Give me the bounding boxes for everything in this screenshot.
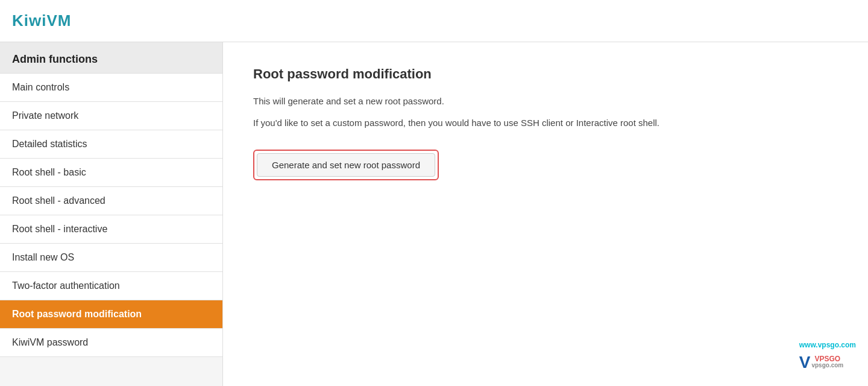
sidebar-item-install-new-os[interactable]: Install new OS bbox=[0, 244, 222, 272]
generate-button-wrapper: Generate and set new root password bbox=[253, 150, 439, 180]
sidebar-item-main-controls[interactable]: Main controls bbox=[0, 74, 222, 102]
content-title: Root password modification bbox=[253, 66, 838, 82]
logo: KiwiVM bbox=[12, 11, 71, 30]
sidebar-item-root-password-modification[interactable]: Root password modification bbox=[0, 300, 222, 329]
generate-password-button[interactable]: Generate and set new root password bbox=[257, 153, 435, 177]
watermark: www.vpsgo.com V VPSGO vpsgo.com bbox=[799, 340, 856, 374]
sidebar-section-header: Admin functions bbox=[0, 42, 222, 74]
watermark-sub: vpsgo.com bbox=[811, 362, 843, 369]
header: KiwiVM bbox=[0, 0, 868, 42]
sidebar-item-kiwivm-password[interactable]: KiwiVM password bbox=[0, 329, 222, 357]
watermark-logo: V VPSGO vpsgo.com bbox=[799, 350, 856, 374]
content-area: Root password modification This will gen… bbox=[223, 42, 868, 386]
sidebar-item-root-shell-advanced[interactable]: Root shell - advanced bbox=[0, 187, 222, 215]
content-description-2: If you'd like to set a custom password, … bbox=[253, 116, 838, 130]
main-layout: Admin functions Main controls Private ne… bbox=[0, 42, 868, 386]
sidebar-item-private-network[interactable]: Private network bbox=[0, 102, 222, 130]
content-description-1: This will generate and set a new root pa… bbox=[253, 94, 838, 109]
sidebar: Admin functions Main controls Private ne… bbox=[0, 42, 223, 386]
sidebar-item-root-shell-interactive[interactable]: Root shell - interactive bbox=[0, 215, 222, 244]
watermark-v-icon: V bbox=[799, 350, 811, 374]
sidebar-item-two-factor-auth[interactable]: Two-factor authentication bbox=[0, 272, 222, 300]
sidebar-item-detailed-statistics[interactable]: Detailed statistics bbox=[0, 130, 222, 159]
watermark-url: www.vpsgo.com bbox=[799, 340, 856, 350]
sidebar-item-root-shell-basic[interactable]: Root shell - basic bbox=[0, 159, 222, 187]
